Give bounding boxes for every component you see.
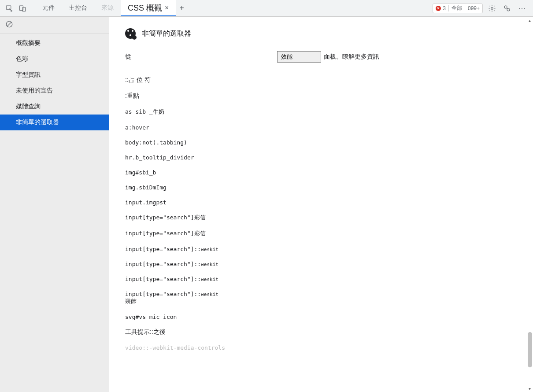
sidebar-item-fonts[interactable]: 字型資訊 [0,67,109,83]
selector-text: body:not(.tabbing) [125,139,187,146]
sidebar-item-media[interactable]: 媒體查詢 [0,99,109,115]
selector-item[interactable]: img.sbiDmImg [125,180,533,195]
selector-text: input[type="search"]::weskit [125,246,218,252]
clear-icon[interactable] [5,20,13,30]
hint-row: 從 效能 面板。瞭解更多資訊 [125,51,533,63]
performance-panel-button[interactable]: 效能 [277,51,321,63]
selector-item[interactable]: body:not(.tabbing) [125,135,533,150]
scroll-up-button[interactable]: ▴ [526,17,533,24]
selector-text: 工具提示::之後 [125,328,166,335]
sidebar-item-unused[interactable]: 未使用的宣告 [0,83,109,99]
selector-item[interactable]: 工具提示::之後 [125,324,533,340]
selector-text: :重點 [125,92,139,99]
selector-text: svg#vs_mic_icon [125,314,177,320]
tab-css-overview[interactable]: CSS 概觀 × [121,0,176,16]
sidebar-item-label: 未使用的宣告 [16,87,53,94]
sidebar-item-label: 非簡單的選取器 [16,118,59,126]
selector-text: hr.b_tooltip_divider [125,154,194,161]
error-dot-icon: ✕ [436,6,441,11]
sidebar-item-label: 色彩 [16,55,28,62]
selector-item[interactable]: svg#vs_mic_icon [125,309,533,324]
selector-item[interactable]: input[type="search"]::weskit [125,271,533,286]
sidebar-item-nonsimple[interactable]: 非簡單的選取器 [0,115,109,130]
selector-item[interactable]: :重點 [125,88,533,104]
sidebar-item-label: 媒體查詢 [16,103,41,110]
selector-item[interactable]: input[type="search"]::weskit [125,241,533,256]
selector-item[interactable]: video::-webkit-media-controls [125,340,533,355]
selector-item[interactable]: input[type="search"]彩信 [125,226,533,241]
selector-text: ::占 位 符 [125,76,151,83]
inspect-element-icon[interactable] [3,0,16,17]
selector-item-sub[interactable]: 裝飾 [125,297,533,309]
svg-point-3 [491,7,493,9]
tab-label: 主控台 [69,4,87,12]
sidebar-item-colors[interactable]: 色彩 [0,51,109,67]
sidebar-header [0,17,109,33]
selector-item[interactable]: ::占 位 符 [125,72,533,88]
hint-after-label: 面板。瞭解更多資訊 [324,53,379,61]
all-label: 全部 [452,4,462,12]
svg-point-4 [504,6,507,8]
css-overview-sidebar: 概觀摘要 色彩 字型資訊 未使用的宣告 媒體查詢 非簡單的選取器 [0,17,109,392]
svg-rect-0 [6,6,11,9]
selector-text: img#sbi_b [125,169,156,176]
hint-from-label: 從 [125,53,277,61]
scroll-down-button[interactable]: ▾ [526,385,533,392]
selector-text: input.imgpst [125,199,167,206]
tab-console[interactable]: 主控台 [62,0,94,16]
close-icon[interactable]: × [165,4,169,12]
tab-strip: 元件 主控台 來源 CSS 概觀 × + [35,0,433,16]
settings-icon[interactable] [486,3,498,14]
tab-label: 來源 [101,4,114,12]
tab-add-button[interactable]: + [176,0,188,16]
tab-sources[interactable]: 來源 [94,0,121,16]
more-menu-icon[interactable]: ⋯ [516,4,529,13]
tab-label: 元件 [42,4,55,12]
scrollbar-track[interactable] [527,24,532,385]
section-title: 非簡單的選取器 [142,29,191,38]
css-overview-main: ▴ ▾ 非簡單的選取器 從 效能 面板。瞭解更多資訊 ::占 [109,17,533,392]
selector-text: input[type="search"]::weskit [125,261,218,267]
selector-item[interactable]: img#sbi_b [125,165,533,180]
selector-text: a:hover [125,124,149,131]
scrollbar-thumb[interactable] [528,332,532,367]
palette-icon [125,28,136,39]
selector-item[interactable]: a:hover [125,120,533,135]
selector-text: img.sbiDmImg [125,184,167,191]
overflow-count: 099+ [468,5,480,11]
toolbar-right: ✕ 3 全部 099+ ⋯ [433,3,533,14]
selector-text: input[type="search"]彩信 [125,230,206,237]
selector-item[interactable]: hr.b_tooltip_divider [125,150,533,165]
selector-text: input[type="search"]::weskit [125,276,218,282]
tab-elements[interactable]: 元件 [35,0,62,16]
sidebar-item-label: 概觀摘要 [16,39,41,46]
selector-text: as sib _牛奶 [125,108,164,115]
selector-text: 裝飾 [125,298,137,304]
selector-item[interactable]: input[type="search"]彩信 [125,210,533,226]
device-toggle-icon[interactable] [16,0,29,17]
dock-side-icon[interactable] [501,3,513,14]
selector-text: input[type="search"]::weskit [125,291,218,297]
selector-item[interactable]: input[type="search"]::weskit [125,286,533,297]
svg-point-5 [507,8,510,11]
issues-counter[interactable]: ✕ 3 全部 099+ [433,4,483,13]
devtools-tabbar: 元件 主控台 來源 CSS 概觀 × + ✕ 3 全部 099+ [0,0,533,17]
error-count: 3 [443,5,446,11]
selector-text: video::-webkit-media-controls [125,344,225,351]
selector-item[interactable]: input.imgpst [125,195,533,210]
selector-text: input[type="search"]彩信 [125,214,206,221]
sidebar-item-summary[interactable]: 概觀摘要 [0,35,109,51]
selector-list: ::占 位 符 :重點 as sib _牛奶 a:hover body:not(… [125,72,533,355]
selector-item[interactable]: input[type="search"]::weskit [125,256,533,271]
tab-label: CSS 概觀 [128,3,162,13]
sidebar-item-label: 字型資訊 [16,71,41,78]
section-header: 非簡單的選取器 [125,28,533,39]
selector-item[interactable]: as sib _牛奶 [125,104,533,120]
